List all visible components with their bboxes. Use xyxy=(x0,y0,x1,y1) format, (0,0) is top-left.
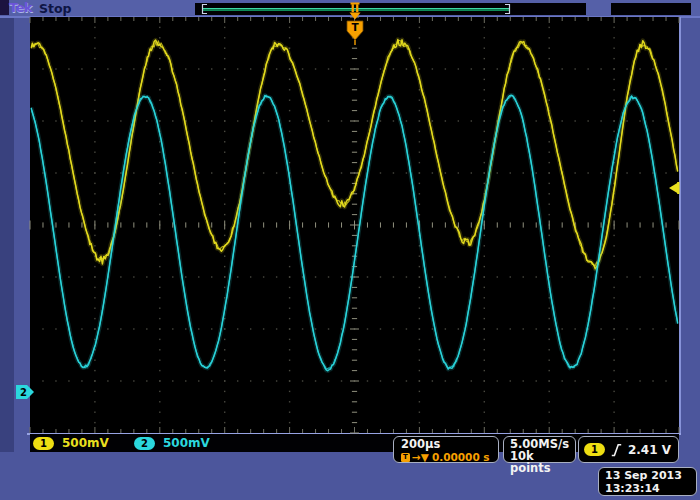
datetime-box: 13 Sep 2013 13:23:14 xyxy=(598,467,697,496)
channel-1-badge: 1 xyxy=(33,437,54,450)
trigger-level-value: 2.41 V xyxy=(628,443,671,457)
trigger-readout-box: 1 2.41 V xyxy=(578,436,679,463)
header-bar: Tek Stop xyxy=(0,0,700,16)
oscilloscope-screen: Tek Stop 1 500mV 2 500mV 200µs T →▼ 0.00… xyxy=(0,0,700,500)
channel-1-scale: 500mV xyxy=(62,436,128,450)
channel-2-scale: 500mV xyxy=(163,436,210,450)
acquisition-status: Stop xyxy=(39,1,72,16)
graticule-right-border xyxy=(679,17,681,433)
trigger-position-value: 0.00000 s xyxy=(432,451,490,463)
trigger-position-readout: T →▼ 0.00000 s xyxy=(401,451,498,463)
rising-edge-icon xyxy=(611,443,622,457)
graticule-background xyxy=(30,17,679,433)
header-right-strip xyxy=(611,3,691,15)
trigger-source-badge: 1 xyxy=(584,443,605,456)
record-view-strip xyxy=(195,3,586,15)
time-per-div: 200µs xyxy=(401,438,498,450)
trigger-arrow-icon: →▼ xyxy=(412,451,429,463)
time-label: 13:23:14 xyxy=(605,482,696,495)
tek-logo: Tek xyxy=(9,0,32,15)
horizontal-readout-box: 200µs T →▼ 0.00000 s xyxy=(393,436,499,463)
screen-left-shade xyxy=(0,0,14,452)
date-label: 13 Sep 2013 xyxy=(605,469,696,482)
record-length: 10k points xyxy=(510,450,575,474)
header-corner-shade xyxy=(0,0,9,15)
acquisition-readout-box: 5.00MS/s 10k points xyxy=(503,436,576,463)
channel-2-badge: 2 xyxy=(134,437,155,450)
svg-text:2: 2 xyxy=(20,387,27,398)
trigger-t-icon: T xyxy=(401,453,410,462)
